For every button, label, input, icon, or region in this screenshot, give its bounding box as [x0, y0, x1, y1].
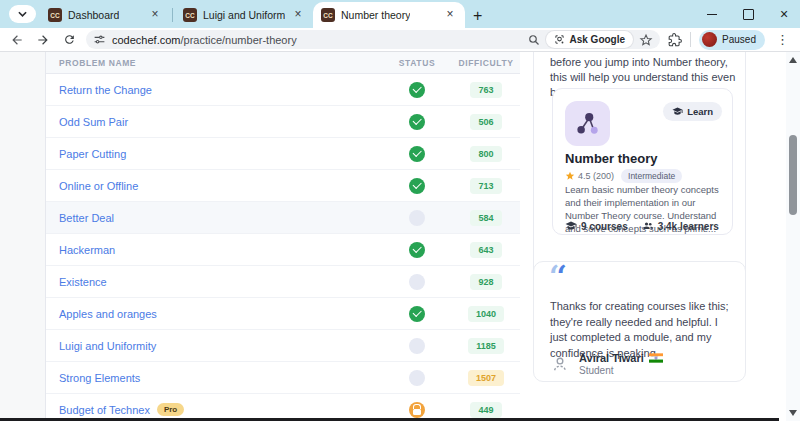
scrollbar-thumb[interactable]: [789, 135, 797, 215]
status-cell: [382, 114, 452, 130]
problem-link[interactable]: Hackerman: [59, 244, 115, 256]
codechef-favicon: CC: [48, 8, 62, 22]
learn-chip: Learn: [663, 102, 722, 121]
close-tab-icon[interactable]: ×: [443, 8, 457, 22]
molecule-icon: [573, 109, 603, 139]
status-unsolved-icon: [409, 210, 425, 226]
graduation-cap-icon: [565, 220, 577, 232]
author-role: Student: [579, 365, 663, 376]
problem-link[interactable]: Better Deal: [59, 212, 114, 224]
reload-button[interactable]: [60, 31, 78, 49]
difficulty-cell: 1185: [452, 338, 520, 354]
tab-search-button[interactable]: [9, 5, 36, 23]
problem-link[interactable]: Paper Cutting: [59, 148, 126, 160]
tab-strip: CC Dashboard × CC Luigi and Uniformity P…: [0, 0, 800, 28]
status-solved-icon: [409, 146, 425, 162]
problem-link[interactable]: Strong Elements: [59, 372, 140, 384]
table-row: Online or Offline 713: [46, 170, 520, 202]
address-bar[interactable]: codechef.com/practice/number-theory Ask …: [86, 30, 660, 49]
google-lens-icon: [554, 34, 565, 45]
search-icon[interactable]: [528, 34, 540, 46]
close-tab-icon[interactable]: ×: [148, 8, 162, 22]
status-cell: [382, 306, 452, 322]
difficulty-cell: 643: [452, 242, 520, 258]
problem-name-cell: Existence: [46, 276, 382, 288]
site-settings-icon: [93, 33, 106, 46]
difficulty-badge: 763: [470, 82, 501, 98]
column-problem-name: PROBLEM NAME: [46, 58, 382, 68]
toolbar-divider: [690, 32, 691, 47]
window-close-button[interactable]: ×: [778, 8, 790, 20]
difficulty-cell: 763: [452, 82, 520, 98]
status-unsolved-icon: [409, 338, 425, 354]
problem-name-cell: Hackerman: [46, 244, 382, 256]
status-solved-icon: [409, 82, 425, 98]
table-row: Better Deal 584: [46, 202, 520, 234]
browser-toolbar: codechef.com/practice/number-theory Ask …: [0, 28, 800, 52]
profile-avatar: [702, 32, 717, 47]
scroll-up-arrow[interactable]: [789, 57, 797, 63]
page-content: PROBLEM NAME STATUS DIFFICULTY Return th…: [0, 52, 800, 421]
close-tab-icon[interactable]: ×: [291, 8, 305, 22]
people-icon: [642, 220, 654, 232]
bookmark-star-icon[interactable]: [639, 33, 653, 47]
status-cell: [382, 402, 452, 418]
table-row: Apples and oranges 1040: [46, 298, 520, 330]
star-icon: [565, 171, 575, 181]
problem-link[interactable]: Budget of Technex: [59, 404, 150, 416]
status-solved-icon: [409, 178, 425, 194]
problem-name-cell: Odd Sum Pair: [46, 116, 382, 128]
tab-title: Number theory: [341, 9, 410, 21]
scrollbar[interactable]: [786, 52, 800, 421]
table-header: PROBLEM NAME STATUS DIFFICULTY: [46, 52, 520, 74]
table-row: Strong Elements 1507: [46, 362, 520, 394]
column-difficulty: DIFFICULTY: [452, 58, 520, 68]
problem-link[interactable]: Existence: [59, 276, 107, 288]
reload-icon: [63, 33, 76, 46]
tab-title: Luigi and Uniformity Practice P: [203, 9, 285, 21]
tab-dashboard[interactable]: CC Dashboard ×: [40, 2, 170, 28]
browser-window: CC Dashboard × CC Luigi and Uniformity P…: [0, 0, 800, 421]
back-button[interactable]: [8, 31, 26, 49]
table-row: Existence 928: [46, 266, 520, 298]
forward-button[interactable]: [34, 31, 52, 49]
tab-luigi-practice[interactable]: CC Luigi and Uniformity Practice P ×: [175, 2, 313, 28]
ask-google-button[interactable]: Ask Google: [546, 31, 634, 48]
difficulty-cell: 1507: [452, 370, 520, 386]
tab-number-theory[interactable]: CC Number theory ×: [313, 2, 465, 28]
difficulty-cell: 713: [452, 178, 520, 194]
difficulty-cell: 800: [452, 146, 520, 162]
testimonial-author: Aviral Tiwari Student: [550, 352, 663, 376]
profile-chip[interactable]: Paused: [699, 30, 765, 50]
minimize-button[interactable]: [706, 8, 718, 20]
table-row: Budget of Technex Pro 449: [46, 394, 520, 421]
scroll-down-arrow[interactable]: [789, 410, 797, 416]
course-title: Number theory: [565, 151, 657, 166]
extensions-icon[interactable]: [668, 33, 682, 47]
status-solved-icon: [409, 114, 425, 130]
problem-link[interactable]: Return the Change: [59, 84, 152, 96]
problem-name-cell: Paper Cutting: [46, 148, 382, 160]
status-solved-icon: [409, 306, 425, 322]
course-card[interactable]: Learn Number theory 4.5 (200) Intermedia…: [552, 88, 733, 235]
number-theory-course-icon: [565, 101, 610, 146]
new-tab-button[interactable]: +: [473, 8, 482, 24]
graduation-cap-icon: [672, 106, 683, 117]
problem-link[interactable]: Online or Offline: [59, 180, 138, 192]
codechef-favicon: CC: [321, 8, 335, 22]
status-cell: [382, 146, 452, 162]
avatar: [550, 354, 570, 374]
person-icon: [550, 354, 570, 374]
status-solved-icon: [409, 242, 425, 258]
status-cell: [382, 242, 452, 258]
browser-menu-icon[interactable]: ⋮: [773, 32, 792, 47]
table-row: Paper Cutting 800: [46, 138, 520, 170]
problem-link[interactable]: Odd Sum Pair: [59, 116, 128, 128]
learner-count: 3.4k learners: [642, 220, 719, 232]
maximize-button[interactable]: [742, 8, 754, 20]
testimonial-card: ‘‘ Thanks for creating courses like this…: [533, 261, 746, 382]
problem-link[interactable]: Apples and oranges: [59, 308, 157, 320]
course-count: 9 courses: [565, 220, 628, 232]
window-controls: ×: [706, 0, 790, 28]
problem-link[interactable]: Luigi and Uniformity: [59, 340, 156, 352]
